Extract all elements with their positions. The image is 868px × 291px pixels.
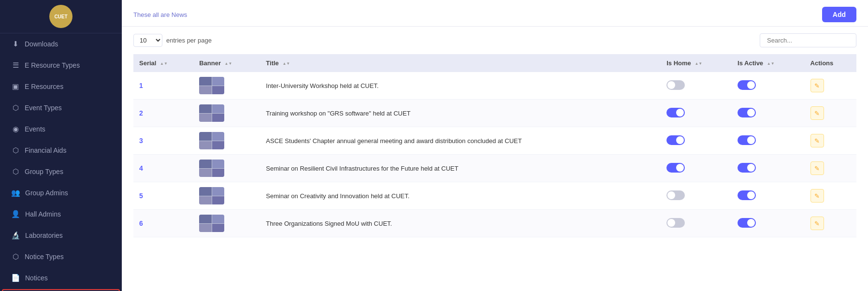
sidebar-item-laboratories[interactable]: 🔬Laboratories [0, 225, 122, 246]
sidebar-item-label-financial-aids: Financial Aids [25, 146, 66, 154]
sidebar-item-label-notice-types: Notice Types [25, 253, 64, 261]
toggle-is-active-1[interactable] [738, 80, 756, 90]
cell-is-active-3 [732, 127, 804, 155]
e-resource-types-icon: ☰ [11, 61, 20, 70]
sort-banner-icon[interactable]: ▲▼ [225, 62, 232, 66]
serial-value: 5 [139, 192, 143, 200]
sidebar-item-label-downloads: Downloads [25, 40, 58, 48]
toggle-is-home-3[interactable] [666, 135, 685, 145]
notices-icon: 📄 [11, 274, 20, 282]
sidebar-item-group-admins[interactable]: 👥Group Admins [0, 182, 122, 204]
cell-actions-3: ✎ [805, 127, 856, 155]
sort-serial-icon[interactable]: ▲▼ [160, 62, 168, 66]
cell-actions-2: ✎ [805, 100, 856, 127]
add-button[interactable]: Add [822, 7, 856, 22]
sidebar: CUET ⬇Downloads☰E Resource Types▣E Resou… [0, 0, 122, 291]
hall-admins-icon: 👤 [11, 210, 20, 218]
edit-button-5[interactable]: ✎ [810, 189, 824, 203]
banner-thumbnail [199, 77, 224, 94]
sidebar-item-notice-types[interactable]: ⬡Notice Types [0, 246, 122, 267]
table-controls: 10 25 50 100 entries per page [122, 27, 868, 54]
sidebar-item-label-e-resource-types: E Resource Types [25, 61, 80, 69]
toggle-is-home-5[interactable] [666, 190, 685, 200]
search-input[interactable] [760, 33, 856, 47]
event-types-icon: ⬡ [11, 103, 20, 112]
toggle-is-active-3[interactable] [738, 135, 756, 145]
edit-button-3[interactable]: ✎ [810, 134, 824, 147]
toggle-is-home-1[interactable] [666, 80, 685, 90]
serial-value: 2 [139, 109, 143, 117]
toggle-is-active-4[interactable] [738, 163, 756, 173]
toggle-is-home-6[interactable] [666, 218, 685, 228]
toggle-is-active-2[interactable] [738, 108, 756, 117]
cell-is-active-2 [732, 100, 804, 127]
cell-title-1: Inter-University Workshop held at CUET. [260, 72, 661, 100]
cell-is-active-1 [732, 72, 804, 100]
banner-thumbnail [199, 215, 224, 232]
table-row: 1Inter-University Workshop held at CUET.… [133, 72, 856, 100]
table-row: 3ASCE Students' Chapter annual general m… [133, 127, 856, 155]
cell-title-4: Seminar on Resilient Civil Infrastructur… [260, 155, 661, 182]
sidebar-item-news[interactable]: 📰News [2, 289, 120, 291]
cell-serial-2: 2 [133, 100, 193, 127]
cell-serial-4: 4 [133, 155, 193, 182]
cell-is-active-4 [732, 155, 804, 182]
sidebar-item-event-types[interactable]: ⬡Event Types [0, 97, 122, 118]
table-row: 2Training workshop on "GRS software" hel… [133, 100, 856, 127]
entries-label: entries per page [166, 37, 212, 44]
sidebar-item-hall-admins[interactable]: 👤Hall Admins [0, 204, 122, 225]
cell-title-5: Seminar on Creativity and Innovation hel… [260, 182, 661, 210]
sort-title-icon[interactable]: ▲▼ [282, 62, 290, 66]
table-row: 5Seminar on Creativity and Innovation he… [133, 182, 856, 210]
cell-serial-3: 3 [133, 127, 193, 155]
cell-actions-5: ✎ [805, 182, 856, 210]
sidebar-item-events[interactable]: ◉Events [0, 118, 122, 140]
toggle-is-active-6[interactable] [738, 218, 756, 228]
sidebar-item-e-resources[interactable]: ▣E Resources [0, 76, 122, 97]
group-admins-icon: 👥 [11, 189, 20, 197]
table-row: 6Three Organizations Signed MoU with CUE… [133, 210, 856, 237]
notice-types-icon: ⬡ [11, 252, 20, 261]
table-header-row: Serial ▲▼ Banner ▲▼ Title ▲▼ Is Home ▲▼ … [133, 54, 856, 72]
banner-thumbnail [199, 160, 224, 177]
table-wrapper: Serial ▲▼ Banner ▲▼ Title ▲▼ Is Home ▲▼ … [122, 54, 868, 291]
cell-banner-2 [193, 100, 260, 127]
col-banner: Banner ▲▼ [193, 54, 260, 72]
sidebar-item-notices[interactable]: 📄Notices [0, 267, 122, 289]
edit-button-4[interactable]: ✎ [810, 161, 824, 175]
banner-thumbnail [199, 104, 224, 122]
toggle-is-home-4[interactable] [666, 163, 685, 173]
page-header: These all are News Add [122, 0, 868, 27]
cell-serial-1: 1 [133, 72, 193, 100]
cell-title-6: Three Organizations Signed MoU with CUET… [260, 210, 661, 237]
sidebar-item-financial-aids[interactable]: ⬡Financial Aids [0, 140, 122, 161]
edit-button-1[interactable]: ✎ [810, 79, 824, 92]
edit-button-6[interactable]: ✎ [810, 217, 824, 230]
sidebar-item-downloads[interactable]: ⬇Downloads [0, 33, 122, 55]
logo: CUET [49, 5, 72, 28]
cell-title-3: ASCE Students' Chapter annual general me… [260, 127, 661, 155]
cell-serial-6: 6 [133, 210, 193, 237]
sidebar-item-group-types[interactable]: ⬡Group Types [0, 161, 122, 182]
e-resources-icon: ▣ [11, 82, 20, 91]
serial-value: 3 [139, 137, 143, 145]
main-content: These all are News Add 10 25 50 100 entr… [122, 0, 868, 291]
downloads-icon: ⬇ [11, 40, 20, 48]
sort-home-icon[interactable]: ▲▼ [694, 62, 702, 66]
events-icon: ◉ [11, 125, 20, 133]
sort-active-icon[interactable]: ▲▼ [767, 62, 775, 66]
group-types-icon: ⬡ [11, 167, 20, 176]
cell-is-home-1 [661, 72, 732, 100]
sidebar-item-e-resource-types[interactable]: ☰E Resource Types [0, 55, 122, 76]
entries-select[interactable]: 10 25 50 100 [133, 34, 162, 47]
col-is-active: Is Active ▲▼ [732, 54, 804, 72]
cell-banner-3 [193, 127, 260, 155]
cell-banner-5 [193, 182, 260, 210]
toggle-is-active-5[interactable] [738, 190, 756, 200]
toggle-is-home-2[interactable] [666, 108, 685, 117]
financial-aids-icon: ⬡ [11, 146, 20, 155]
edit-button-2[interactable]: ✎ [810, 106, 824, 120]
cell-banner-1 [193, 72, 260, 100]
laboratories-icon: 🔬 [11, 231, 20, 240]
cell-actions-1: ✎ [805, 72, 856, 100]
